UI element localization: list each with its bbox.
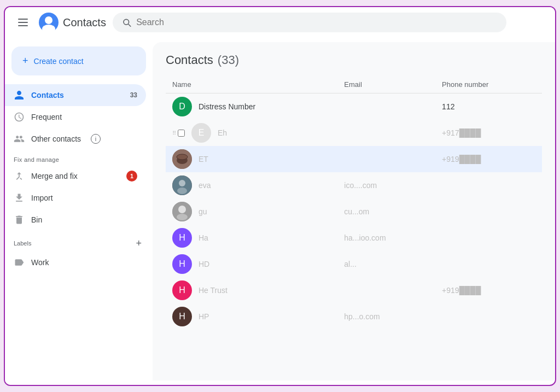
sidebar-item-other-contacts[interactable]: Other contacts i xyxy=(5,128,146,150)
table-row[interactable]: ⠿EEh+917████ xyxy=(166,120,542,146)
contact-name: HD xyxy=(199,260,209,268)
contacts-logo-icon xyxy=(39,13,59,32)
contact-phone: +919████ xyxy=(435,146,542,172)
contact-name: Distress Number xyxy=(199,102,255,111)
svg-point-7 xyxy=(179,180,185,186)
sidebar-item-frequent[interactable]: Frequent xyxy=(5,106,146,128)
contact-phone: +917████ xyxy=(435,120,542,146)
svg-point-11 xyxy=(177,214,188,220)
frequent-icon xyxy=(14,112,25,122)
plus-icon: + xyxy=(22,55,28,67)
contacts-icon xyxy=(14,90,25,101)
content-area: Contacts (33) Name Email Phone number DD… xyxy=(153,42,555,381)
app-window: Contacts + Create contact Con xyxy=(4,6,556,386)
sidebar-item-bin[interactable]: Bin xyxy=(5,209,146,231)
table-row[interactable]: HHDal... xyxy=(166,251,542,277)
bin-label: Bin xyxy=(31,215,42,224)
labels-title: Labels xyxy=(14,240,133,247)
create-contact-button[interactable]: + Create contact xyxy=(11,46,146,75)
table-row[interactable]: HHaha...ioo.com xyxy=(166,225,542,251)
contacts-title: Contacts xyxy=(166,53,213,67)
row-drag-area: ⠿ xyxy=(172,130,185,137)
other-contacts-icon xyxy=(14,133,25,144)
contact-name: HP xyxy=(199,312,209,321)
work-label: Work xyxy=(31,258,49,267)
contacts-count: 33 xyxy=(130,91,137,99)
contact-phone xyxy=(435,172,542,198)
sidebar-item-work[interactable]: Work xyxy=(5,251,146,273)
contact-phone: +919████ xyxy=(435,277,542,303)
table-row[interactable]: ET+919████ xyxy=(166,146,542,172)
avatar: H xyxy=(172,280,192,300)
contact-email: al... xyxy=(337,251,435,277)
contacts-header: Contacts (33) xyxy=(166,53,542,67)
label-icon xyxy=(14,257,25,268)
avatar xyxy=(172,149,192,169)
import-icon xyxy=(14,192,25,203)
avatar xyxy=(172,202,192,221)
bin-icon xyxy=(14,214,25,225)
table-row[interactable]: HHPhp...o.com xyxy=(166,303,542,330)
contact-email: cu...om xyxy=(337,198,435,225)
contact-email xyxy=(337,93,435,120)
svg-point-8 xyxy=(177,188,187,194)
table-row[interactable]: DDistress Number112 xyxy=(166,93,542,120)
contact-phone xyxy=(435,225,542,251)
contact-phone: 112 xyxy=(435,93,542,120)
frequent-label: Frequent xyxy=(31,113,62,121)
labels-section: Labels + xyxy=(5,231,153,251)
contacts-label: Contacts xyxy=(31,91,64,100)
contact-phone xyxy=(435,303,542,330)
main-layout: + Create contact Contacts 33 xyxy=(5,38,555,385)
table-row[interactable]: HHe Trust+919████ xyxy=(166,277,542,303)
contacts-count: (33) xyxy=(218,53,239,67)
avatar: D xyxy=(172,97,192,116)
contacts-table: Name Email Phone number DDistress Number… xyxy=(166,76,542,330)
svg-point-10 xyxy=(178,206,186,213)
contact-email: ico....com xyxy=(337,172,435,198)
sidebar-item-import[interactable]: Import xyxy=(5,187,146,209)
contact-name: gu xyxy=(199,207,207,216)
info-icon[interactable]: i xyxy=(91,134,101,144)
avatar: H xyxy=(172,307,192,326)
merge-badge: 1 xyxy=(126,171,137,182)
table-row[interactable]: evaico....com xyxy=(166,172,542,198)
avatar xyxy=(172,175,192,195)
contact-name: ET xyxy=(199,155,208,163)
contact-name: Ha xyxy=(199,233,208,242)
other-contacts-label: Other contacts xyxy=(31,134,81,143)
avatar: E xyxy=(191,123,211,143)
contact-email xyxy=(337,120,435,146)
create-contact-label: Create contact xyxy=(34,57,84,66)
merge-and-fix-label: Merge and fix xyxy=(31,172,78,180)
row-checkbox[interactable] xyxy=(178,130,185,137)
fix-and-manage-section-label: Fix and manage xyxy=(5,150,153,165)
merge-icon xyxy=(14,171,25,182)
contact-email xyxy=(337,146,435,172)
avatar: H xyxy=(172,254,192,274)
contact-phone xyxy=(435,198,542,225)
contact-email xyxy=(337,277,435,303)
phone-column-header: Phone number xyxy=(435,76,542,93)
app-logo: Contacts xyxy=(39,13,106,32)
svg-point-5 xyxy=(177,154,188,160)
menu-button[interactable] xyxy=(14,14,32,31)
table-header-row: Name Email Phone number xyxy=(166,76,542,93)
top-bar: Contacts xyxy=(5,7,555,38)
search-bar[interactable] xyxy=(113,13,506,32)
table-row[interactable]: gucu...om xyxy=(166,198,542,225)
contact-phone xyxy=(435,251,542,277)
contact-name: He Trust xyxy=(199,286,228,295)
sidebar-item-merge-and-fix[interactable]: Merge and fix 1 xyxy=(5,165,146,187)
email-column-header: Email xyxy=(337,76,435,93)
search-input[interactable] xyxy=(136,17,498,27)
svg-point-1 xyxy=(45,16,52,24)
sidebar-item-contacts[interactable]: Contacts 33 xyxy=(5,84,146,106)
search-icon xyxy=(121,17,132,28)
contact-name: Eh xyxy=(218,128,227,137)
avatar: H xyxy=(172,228,192,248)
app-title: Contacts xyxy=(63,16,106,29)
name-column-header: Name xyxy=(166,76,337,93)
add-label-button[interactable]: + xyxy=(133,237,144,249)
sidebar: + Create contact Contacts 33 xyxy=(5,38,153,385)
